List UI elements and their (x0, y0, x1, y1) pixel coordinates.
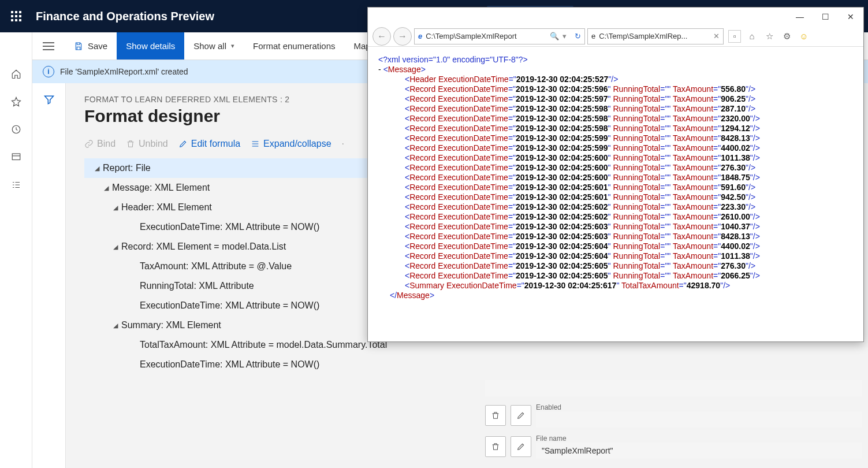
trash-icon (491, 442, 500, 451)
xml-declaration: <?xml version="1.0" encoding="UTF-8"?> (378, 55, 853, 65)
svg-rect-4 (15, 15, 17, 17)
property-panel: Enabled File name (479, 371, 868, 468)
xml-record-row: <Record ExecutionDateTime="2019-12-30 02… (378, 94, 853, 104)
home-icon[interactable]: ⌂ (746, 30, 758, 43)
modules-icon[interactable] (10, 179, 22, 191)
xml-record-row: <Record ExecutionDateTime="2019-12-30 02… (378, 222, 853, 232)
expand-collapse-button[interactable]: Expand/collapse (251, 139, 331, 149)
xml-root-close: </Message> (378, 291, 853, 300)
workspace-icon[interactable] (10, 151, 22, 163)
generic-field[interactable] (485, 380, 862, 396)
app-launcher-icon[interactable] (0, 0, 32, 32)
pencil-icon (178, 139, 188, 148)
xml-record-row: <Record ExecutionDateTime="2019-12-30 02… (378, 104, 853, 114)
svg-rect-3 (11, 15, 13, 17)
tab-title: C:\Temp\SampleXmlRep... (599, 32, 687, 40)
browser-tab[interactable]: e C:\Temp\SampleXmlRep... ✕ (587, 28, 724, 44)
xml-record-row: <Record ExecutionDateTime="2019-12-30 02… (378, 163, 853, 173)
xml-record-row: <Record ExecutionDateTime="2019-12-30 02… (378, 251, 853, 261)
ie-window: — ☐ ✕ ← → e C:\Temp\SampleXmlReport 🔍 ▾ … (367, 7, 864, 342)
xml-record-row: <Record ExecutionDateTime="2019-12-30 02… (378, 212, 853, 222)
filter-column (32, 83, 66, 468)
edit-formula-button[interactable]: Edit formula (178, 139, 240, 149)
show-details-button[interactable]: Show details (117, 32, 184, 60)
xml-record-row: <Record ExecutionDateTime="2019-12-30 02… (378, 153, 853, 163)
home-icon[interactable] (10, 68, 22, 80)
save-button[interactable]: Save (65, 32, 117, 60)
svg-rect-5 (19, 15, 21, 17)
pencil-icon (516, 442, 526, 451)
xml-record-row: <Record ExecutionDateTime="2019-12-30 02… (378, 183, 853, 192)
favorites-icon[interactable]: ☆ (763, 30, 776, 43)
filename-label: File name (536, 434, 862, 443)
ie-toolbar: ← → e C:\Temp\SampleXmlReport 🔍 ▾ ↻ e C:… (368, 26, 863, 47)
xml-record-row: <Record ExecutionDateTime="2019-12-30 02… (378, 124, 853, 133)
back-button[interactable]: ← (372, 27, 391, 46)
recent-icon[interactable] (10, 124, 22, 135)
enabled-field[interactable] (536, 411, 862, 428)
app-title: Finance and Operations Preview (32, 10, 214, 23)
ie-icon-bar: ▫ ⌂ ☆ ⚙ ☺ (728, 30, 810, 43)
forward-button[interactable]: → (393, 27, 412, 46)
minimize-button[interactable]: — (787, 8, 813, 26)
trash-icon (491, 411, 500, 420)
feedback-icon[interactable]: ☺ (798, 30, 810, 43)
link-icon (84, 139, 94, 148)
show-all-label: Show all (193, 41, 226, 51)
save-label: Save (88, 41, 107, 51)
xml-record-row: <Record ExecutionDateTime="2019-12-30 02… (378, 133, 853, 143)
xml-record-row: <Record ExecutionDateTime="2019-12-30 02… (378, 242, 853, 251)
left-nav-rail (0, 32, 32, 468)
bind-button[interactable]: Bind (84, 139, 116, 149)
xml-record-row: <Record ExecutionDateTime="2019-12-30 02… (378, 114, 853, 124)
ie-xml-body: <?xml version="1.0" encoding="UTF-8"?> -… (368, 47, 863, 341)
format-enumerations-button[interactable]: Format enumerations (244, 32, 345, 60)
settings-icon[interactable]: ⚙ (780, 30, 793, 43)
xml-root-open: -<Message> (378, 65, 853, 75)
info-message: File 'SampleXmlReport.xml' created (60, 67, 188, 76)
search-icon[interactable]: 🔍 (550, 32, 559, 40)
edit-enabled-button[interactable] (511, 405, 531, 426)
xml-record-row: <Record ExecutionDateTime="2019-12-30 02… (378, 271, 853, 281)
show-details-label: Show details (126, 41, 175, 51)
svg-rect-0 (11, 11, 13, 13)
ie-titlebar: — ☐ ✕ (368, 8, 863, 26)
svg-rect-6 (11, 19, 13, 21)
address-text: C:\Temp\SampleXmlReport (426, 32, 517, 40)
ie-logo-icon: e (591, 32, 595, 40)
format-enum-label: Format enumerations (253, 41, 336, 51)
close-button[interactable]: ✕ (838, 8, 863, 26)
nav-toggle-icon[interactable] (32, 32, 65, 60)
refresh-icon[interactable]: ↻ (575, 32, 581, 40)
pencil-icon (516, 411, 526, 420)
xml-record-row: <Record ExecutionDateTime="2019-12-30 02… (378, 84, 853, 94)
svg-rect-10 (12, 154, 20, 160)
unbind-button[interactable]: Unbind (126, 139, 168, 149)
address-bar[interactable]: e C:\Temp\SampleXmlReport 🔍 ▾ ↻ (414, 28, 585, 44)
filter-icon[interactable] (43, 94, 55, 105)
xml-record-row: <Record ExecutionDateTime="2019-12-30 02… (378, 143, 853, 153)
star-icon[interactable] (10, 96, 22, 107)
svg-rect-1 (15, 11, 17, 13)
delete-enabled-button[interactable] (485, 405, 506, 426)
xml-record-row: <Record ExecutionDateTime="2019-12-30 02… (378, 261, 853, 271)
trash-icon (126, 139, 135, 148)
filename-field[interactable] (536, 443, 862, 459)
show-all-button[interactable]: Show all▾ (184, 32, 244, 60)
maximize-button[interactable]: ☐ (813, 8, 838, 26)
svg-rect-8 (19, 19, 21, 21)
tab-close-icon[interactable]: ✕ (713, 32, 720, 40)
ie-logo-icon: e (418, 32, 422, 40)
xml-record-row: <Record ExecutionDateTime="2019-12-30 02… (378, 173, 853, 183)
delete-filename-button[interactable] (485, 436, 506, 457)
list-icon (251, 139, 260, 148)
svg-rect-2 (19, 11, 21, 13)
edit-filename-button[interactable] (511, 436, 531, 457)
save-icon (74, 42, 83, 51)
svg-rect-7 (15, 19, 17, 21)
new-tab-icon[interactable]: ▫ (728, 30, 741, 43)
xml-summary-row: <Summary ExecutionDateTime="2019-12-30 0… (378, 281, 853, 291)
xml-header-row: <Header ExecutionDateTime="2019-12-30 02… (378, 75, 853, 84)
xml-record-row: <Record ExecutionDateTime="2019-12-30 02… (378, 232, 853, 242)
info-icon: i (43, 66, 54, 77)
